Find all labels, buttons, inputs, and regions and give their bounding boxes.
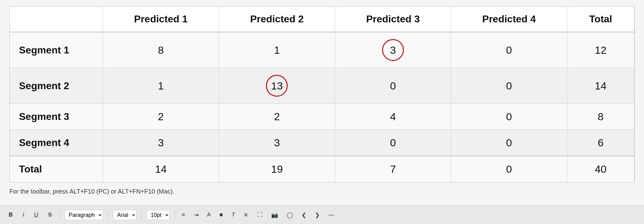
circled-value: 3 [382,39,404,61]
table-row: Segment 433006 [10,130,634,156]
row-1-cell-3: 0 [451,68,567,104]
row-3-label: Segment 4 [10,130,103,156]
toolbar-hint: For the toolbar, press ALT+F10 (PC) or A… [9,188,174,195]
toolbar-divider-1 [59,210,60,220]
chevron-right-icon[interactable]: ❯ [313,211,322,219]
highlight-icon[interactable]: ■ [218,211,225,219]
camera-icon[interactable]: 📷 [269,211,280,219]
row-1-cell-0: 1 [103,68,219,104]
toolbar-divider-4 [175,210,175,220]
row-0-cell-3: 0 [451,32,567,68]
table-row: Segment 322408 [10,104,634,130]
size-select[interactable]: 10pt [147,210,170,220]
row-0-cell-2: 3 [335,32,451,68]
font-select[interactable]: Arial [113,210,136,220]
main-content: Predicted 1 Predicted 2 Predicted 3 Pred… [0,0,644,205]
toolbar-divider-3 [141,210,142,220]
row-2-cell-4: 8 [567,104,634,130]
underline-button[interactable]: U [32,210,41,219]
header-predicted-3: Predicted 3 [335,7,451,32]
row-2-cell-3: 0 [451,104,567,130]
strikethrough-button[interactable]: S [46,210,54,219]
footer-val-total: 40 [567,156,634,182]
header-empty [10,7,103,32]
circle-icon[interactable]: ◯ [285,211,295,219]
bottom-toolbar: B I U S Paragraph Arial 10pt ≡ ⇥ A ■ T ✕… [0,205,644,224]
row-2-cell-0: 2 [103,104,219,130]
row-1-cell-4: 14 [567,68,634,104]
row-0-cell-1: 1 [219,32,335,68]
italic-button[interactable]: I [20,210,27,219]
footer-val-1: 14 [103,156,219,182]
table-row: Segment 1813012 [10,32,634,68]
clear-format-icon[interactable]: ✕ [242,211,250,219]
list-icon[interactable]: ≡ [180,211,187,219]
header-predicted-1: Predicted 1 [103,7,219,32]
row-0-cell-0: 8 [103,32,219,68]
footer-val-4: 0 [451,156,567,182]
row-2-label: Segment 3 [10,104,103,130]
table-row: Segment 21130014 [10,68,634,104]
table-wrapper: Predicted 1 Predicted 2 Predicted 3 Pred… [9,6,635,182]
header-predicted-4: Predicted 4 [451,7,567,32]
row-3-cell-1: 3 [219,130,335,156]
row-0-label: Segment 1 [10,32,103,68]
header-total: Total [567,7,634,32]
image-icon[interactable]: ⛶ [255,211,264,219]
row-2-cell-2: 4 [335,104,451,130]
row-1-label: Segment 2 [10,68,103,104]
row-0-cell-4: 12 [567,32,634,68]
paragraph-select[interactable]: Paragraph [65,210,103,220]
row-1-cell-2: 0 [335,68,451,104]
indent-icon[interactable]: ⇥ [192,211,200,219]
header-predicted-2: Predicted 2 [219,7,335,32]
footer-val-3: 7 [335,156,451,182]
data-table: Predicted 1 Predicted 2 Predicted 3 Pred… [10,7,634,182]
row-3-cell-2: 0 [335,130,451,156]
table-header-row: Predicted 1 Predicted 2 Predicted 3 Pred… [10,7,634,32]
toolbar-divider-2 [108,210,108,220]
footer-label: Total [10,156,103,182]
row-2-cell-1: 2 [219,104,335,130]
chevron-left-icon[interactable]: ❮ [300,211,308,219]
footer-val-2: 19 [219,156,335,182]
minus-icon[interactable]: — [327,211,336,219]
circled-value: 13 [266,75,288,97]
row-1-cell-1: 13 [219,68,335,104]
font-color-icon[interactable]: A [205,211,213,219]
row-3-cell-4: 6 [567,130,634,156]
footer-row: Total 14 19 7 0 40 [10,156,634,182]
row-3-cell-0: 3 [103,130,219,156]
italic-t-icon[interactable]: T [230,211,237,219]
row-3-cell-3: 0 [451,130,567,156]
bold-button[interactable]: B [6,210,15,219]
